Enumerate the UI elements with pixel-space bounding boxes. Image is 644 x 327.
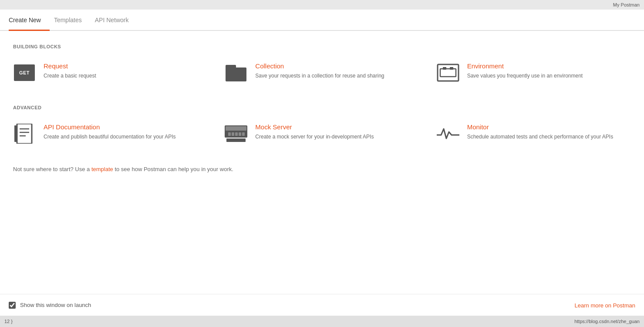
status-bar-left: 12 } xyxy=(4,319,13,324)
monitor-icon-container xyxy=(437,122,459,145)
monitor-info: Monitor Schedule automated tests and che… xyxy=(467,122,631,141)
monitor-icon xyxy=(437,125,459,142)
status-bar-url: https://blog.csdn.net/zhe_guan xyxy=(574,319,640,324)
status-bar: 12 } https://blog.csdn.net/zhe_guan xyxy=(0,316,644,327)
request-info: Request Create a basic request xyxy=(44,61,207,80)
api-documentation-info: API Documentation Create and publish bea… xyxy=(44,122,207,141)
tab-create-new[interactable]: Create New xyxy=(9,10,50,31)
get-icon: GET xyxy=(14,64,35,81)
status-bar-right: https://blog.csdn.net/zhe_guan xyxy=(574,319,640,324)
svg-rect-16 xyxy=(235,132,238,136)
collection-info: Collection Save your requests in a colle… xyxy=(255,61,419,80)
advanced-grid: API Documentation Create and publish bea… xyxy=(13,119,631,148)
status-line-number: 12 xyxy=(4,319,10,324)
mockserver-icon-container xyxy=(225,122,247,145)
mockserver-icon xyxy=(225,125,247,142)
environment-info: Environment Save values you frequently u… xyxy=(467,61,631,80)
svg-rect-3 xyxy=(440,69,456,77)
monitor-desc: Schedule automated tests and check perfo… xyxy=(467,133,631,141)
monitor-title: Monitor xyxy=(467,123,631,131)
apidoc-icon xyxy=(14,124,34,144)
environment-desc: Save values you frequently use in an env… xyxy=(467,72,631,80)
api-documentation-title: API Documentation xyxy=(44,123,207,131)
svg-rect-14 xyxy=(228,132,231,136)
svg-rect-17 xyxy=(239,132,241,136)
svg-rect-0 xyxy=(226,67,246,81)
help-text: Not sure where to start? Use a template … xyxy=(13,166,631,172)
environment-icon xyxy=(437,64,459,82)
mock-server-item[interactable]: Mock Server Create a mock server for you… xyxy=(225,119,419,148)
environment-item[interactable]: Environment Save values you frequently u… xyxy=(437,58,631,88)
footer-left: Show this window on launch xyxy=(9,302,91,309)
svg-rect-5 xyxy=(450,67,453,70)
collection-item[interactable]: Collection Save your requests in a colle… xyxy=(225,58,419,88)
top-bar-text: My Postman xyxy=(613,2,640,7)
building-blocks-label: BUILDING BLOCKS xyxy=(13,44,631,49)
request-icon-container: GET xyxy=(13,61,36,84)
api-documentation-item[interactable]: API Documentation Create and publish bea… xyxy=(13,119,207,148)
request-title: Request xyxy=(44,62,207,70)
environment-title: Environment xyxy=(467,62,631,70)
svg-rect-6 xyxy=(17,124,32,144)
svg-rect-7 xyxy=(14,125,17,142)
svg-rect-1 xyxy=(226,65,236,69)
svg-rect-12 xyxy=(226,126,246,131)
footer: Show this window on launch Learn more on… xyxy=(0,294,644,316)
show-on-launch-label: Show this window on launch xyxy=(20,302,91,308)
mock-server-desc: Create a mock server for your in-develop… xyxy=(255,133,419,141)
content-area: BUILDING BLOCKS GET Request Create a bas… xyxy=(0,31,644,294)
mock-server-title: Mock Server xyxy=(255,123,419,131)
environment-icon-container xyxy=(437,61,459,84)
collection-icon xyxy=(226,64,246,81)
svg-rect-4 xyxy=(443,67,446,70)
apidoc-icon-container xyxy=(13,122,36,145)
svg-rect-13 xyxy=(226,138,246,142)
collection-icon-container xyxy=(225,61,247,84)
help-text-after: to see how Postman can help you in your … xyxy=(113,166,233,172)
tab-bar: Create New Templates API Network xyxy=(0,10,644,31)
status-symbol: } xyxy=(11,319,13,324)
tab-api-network[interactable]: API Network xyxy=(95,10,138,31)
request-desc: Create a basic request xyxy=(44,72,207,80)
svg-rect-15 xyxy=(232,132,234,136)
api-documentation-desc: Create and publish beautiful documentati… xyxy=(44,133,207,141)
svg-rect-18 xyxy=(242,132,245,136)
tab-templates[interactable]: Templates xyxy=(54,10,91,31)
help-text-before: Not sure where to start? Use a xyxy=(13,166,91,172)
show-on-launch-checkbox[interactable] xyxy=(9,302,16,309)
learn-more-link[interactable]: Learn more on Postman xyxy=(575,302,635,309)
footer-right: Learn more on Postman xyxy=(575,301,635,309)
template-link[interactable]: template xyxy=(91,166,113,172)
collection-title: Collection xyxy=(255,62,419,70)
collection-desc: Save your requests in a collection for r… xyxy=(255,72,419,80)
advanced-label: ADVANCED xyxy=(13,105,631,110)
building-blocks-grid: GET Request Create a basic request Colle… xyxy=(13,58,631,88)
request-item[interactable]: GET Request Create a basic request xyxy=(13,58,207,88)
monitor-item[interactable]: Monitor Schedule automated tests and che… xyxy=(437,119,631,148)
mock-server-info: Mock Server Create a mock server for you… xyxy=(255,122,419,141)
top-bar: My Postman xyxy=(0,0,644,10)
